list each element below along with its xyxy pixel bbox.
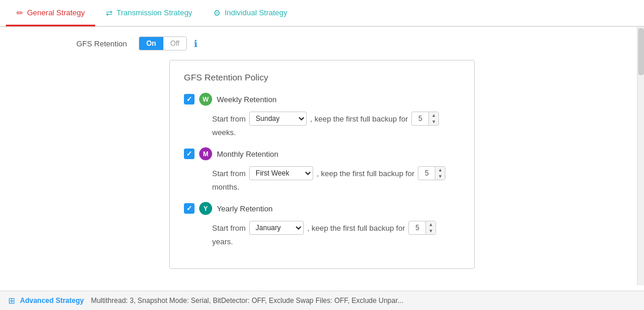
- main-content: GFS Retention On Off ℹ GFS Retention Pol…: [0, 27, 644, 291]
- scrollbar-thumb[interactable]: [638, 28, 644, 75]
- yearly-up-arrow[interactable]: ▲: [426, 221, 435, 228]
- monthly-unit: months.: [184, 183, 460, 191]
- bottom-bar: ⊞ Advanced Strategy Multithread: 3, Snap…: [0, 291, 644, 310]
- weekly-checkbox[interactable]: [184, 94, 194, 105]
- advanced-strategy-title: Advanced Strategy: [20, 296, 84, 305]
- toggle-on-label[interactable]: On: [139, 37, 163, 50]
- transmission-icon: ⇄: [106, 8, 113, 18]
- yearly-badge: Y: [199, 202, 212, 215]
- monthly-arrows: ▲ ▼: [435, 167, 445, 180]
- general-icon: ✏: [16, 8, 24, 18]
- monthly-week-select[interactable]: First Week Second Week Third Week Fourth…: [249, 166, 313, 180]
- yearly-start-label: Start from: [212, 224, 246, 232]
- yearly-month-select[interactable]: January February March April May June Ju…: [249, 221, 304, 235]
- weekly-start-label: Start from: [212, 114, 246, 123]
- monthly-start-label: Start from: [212, 169, 246, 178]
- gfs-retention-row: GFS Retention On Off ℹ: [18, 36, 626, 50]
- advanced-strategy-icon: ⊞: [8, 296, 15, 305]
- info-icon[interactable]: ℹ: [194, 38, 197, 49]
- tab-general[interactable]: ✏ General Strategy: [6, 1, 95, 26]
- tab-individual-label: Individual Strategy: [224, 8, 287, 17]
- weekly-down-arrow[interactable]: ▼: [429, 119, 438, 125]
- monthly-spinbox[interactable]: 5 ▲ ▼: [418, 166, 445, 180]
- weekly-keep-label: , keep the first full backup for: [310, 114, 408, 123]
- weekly-day-select[interactable]: Sunday Monday Tuesday Wednesday Thursday…: [249, 112, 307, 126]
- weekly-arrows: ▲ ▼: [428, 112, 438, 125]
- individual-icon: ⚙: [213, 8, 221, 18]
- yearly-retention-section: Y Yearly Retention Start from January Fe…: [184, 202, 460, 246]
- tab-bar: ✏ General Strategy ⇄ Transmission Strate…: [0, 0, 644, 27]
- yearly-unit: years.: [184, 237, 460, 246]
- weekly-value: 5: [412, 113, 428, 124]
- monthly-label: Monthly Retention: [217, 150, 279, 159]
- weekly-label: Weekly Retention: [217, 95, 277, 104]
- monthly-badge: M: [199, 147, 212, 160]
- yearly-arrows: ▲ ▼: [425, 221, 435, 234]
- monthly-up-arrow[interactable]: ▲: [435, 167, 445, 173]
- tab-transmission[interactable]: ⇄ Transmission Strategy: [95, 1, 203, 26]
- yearly-header: Y Yearly Retention: [184, 202, 460, 215]
- monthly-value: 5: [418, 167, 435, 179]
- gfs-toggle[interactable]: On Off: [139, 36, 187, 50]
- policy-title: GFS Retention Policy: [184, 72, 460, 82]
- monthly-checkbox[interactable]: [184, 149, 194, 159]
- scrollbar-track[interactable]: [637, 27, 644, 285]
- yearly-checkbox[interactable]: [184, 203, 194, 214]
- weekly-header: W Weekly Retention: [184, 93, 460, 106]
- monthly-keep-label: , keep the first full backup for: [317, 169, 414, 178]
- monthly-row: Start from First Week Second Week Third …: [184, 166, 460, 180]
- weekly-retention-section: W Weekly Retention Start from Sunday Mon…: [184, 93, 460, 137]
- gfs-label: GFS Retention: [76, 39, 127, 48]
- yearly-label: Yearly Retention: [217, 204, 273, 213]
- toggle-off-label[interactable]: Off: [163, 37, 187, 50]
- monthly-header: M Monthly Retention: [184, 147, 460, 160]
- weekly-spinbox[interactable]: 5 ▲ ▼: [411, 112, 439, 126]
- monthly-down-arrow[interactable]: ▼: [435, 173, 445, 180]
- monthly-retention-section: M Monthly Retention Start from First Wee…: [184, 147, 460, 191]
- tab-individual[interactable]: ⚙ Individual Strategy: [203, 1, 298, 26]
- weekly-up-arrow[interactable]: ▲: [429, 112, 438, 119]
- weekly-row: Start from Sunday Monday Tuesday Wednesd…: [184, 112, 460, 126]
- yearly-row: Start from January February March April …: [184, 221, 460, 235]
- tab-transmission-label: Transmission Strategy: [116, 8, 192, 17]
- yearly-spinbox[interactable]: 5 ▲ ▼: [408, 221, 436, 235]
- weekly-unit: weeks.: [184, 128, 460, 137]
- weekly-badge: W: [199, 93, 212, 106]
- yearly-keep-label: , keep the first full backup for: [307, 224, 405, 232]
- tab-general-label: General Strategy: [27, 8, 85, 17]
- yearly-down-arrow[interactable]: ▼: [426, 228, 435, 234]
- gfs-policy-box: GFS Retention Policy W Weekly Retention …: [169, 60, 475, 269]
- yearly-value: 5: [409, 222, 425, 234]
- advanced-strategy-text: Multithread: 3, Snapshot Mode: Serial, B…: [91, 296, 404, 305]
